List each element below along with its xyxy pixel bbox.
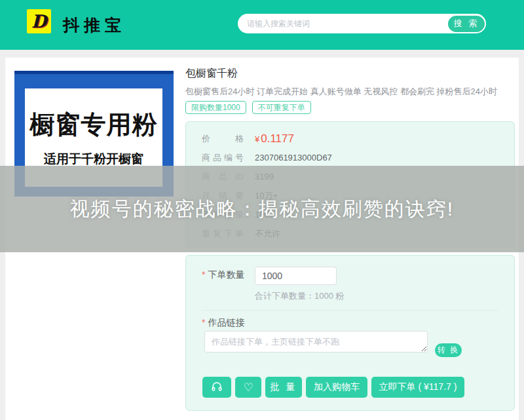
product-description: 包橱窗售后24小时 订单完成开始 真人账号做单 无视风控 都会刷完 掉粉售后24… — [185, 86, 497, 98]
currency-symbol: ¥ — [255, 134, 259, 144]
detail-row-sku: 商品编号 2307061913000D67 — [186, 148, 514, 167]
search-input[interactable] — [239, 19, 448, 28]
batch-button[interactable]: 批 量 — [265, 377, 302, 398]
link-label: *作品链接 — [202, 317, 244, 329]
headset-icon — [211, 381, 223, 394]
convert-button[interactable]: 转 换 — [435, 343, 462, 357]
detail-row-price: 价格 ¥0.1177 — [186, 129, 514, 148]
watermark-text: 视频号的秘密战略：揭秘高效刷赞的诀窍! — [70, 196, 454, 223]
quantity-label: *下单数量 — [202, 269, 244, 281]
tag-no-repeat: 不可重复下单 — [252, 101, 311, 114]
customer-service-button[interactable] — [202, 377, 231, 398]
link-textarea[interactable] — [204, 331, 428, 353]
detail-value: 2307061913000D67 — [255, 153, 332, 162]
page: D 抖推宝 搜 索 橱窗专用粉 适用于千粉开橱窗 包橱窗千粉 包橱窗售后24小时… — [0, 0, 524, 420]
product-image-title: 橱窗专用粉 — [30, 108, 158, 142]
order-form-panel: *下单数量 合计下单数量：1000 粉 *作品链接 转 换 — [185, 255, 515, 411]
required-asterisk: * — [202, 269, 205, 280]
watermark-overlay: 视频号的秘密战略：揭秘高效刷赞的诀窍! — [0, 166, 524, 252]
brand-name: 抖推宝 — [63, 14, 126, 36]
logo-letter: D — [31, 12, 47, 30]
detail-label: 商品编号 — [202, 152, 244, 164]
product-tags: 限购数量1000 不可重复下单 — [185, 101, 311, 114]
order-now-button[interactable]: 立即下单 ( ¥117.7 ) — [371, 377, 464, 398]
top-navbar: D 抖推宝 搜 索 — [0, 0, 524, 50]
form-divider — [202, 310, 498, 311]
required-asterisk: * — [202, 317, 205, 328]
product-title: 包橱窗千粉 — [185, 67, 238, 81]
product-image-subtitle: 适用于千粉开橱窗 — [44, 151, 143, 168]
quantity-input[interactable] — [255, 267, 337, 285]
action-buttons: ♡ 批 量 加入购物车 立即下单 ( ¥117.7 ) — [202, 377, 464, 398]
price-value: ¥0.1177 — [255, 132, 294, 145]
detail-label: 价格 — [202, 133, 244, 145]
search-button[interactable]: 搜 索 — [448, 16, 485, 32]
search-bar: 搜 索 — [238, 14, 486, 33]
heart-icon: ♡ — [243, 382, 253, 393]
site-logo[interactable]: D — [27, 9, 51, 33]
price-number: 0.1177 — [261, 132, 294, 145]
product-image-topline — [14, 71, 174, 74]
add-to-cart-button[interactable]: 加入购物车 — [306, 377, 367, 398]
quantity-summary: 合计下单数量：1000 粉 — [255, 290, 345, 302]
favorite-button[interactable]: ♡ — [235, 377, 261, 398]
tag-purchase-limit: 限购数量1000 — [185, 101, 246, 114]
